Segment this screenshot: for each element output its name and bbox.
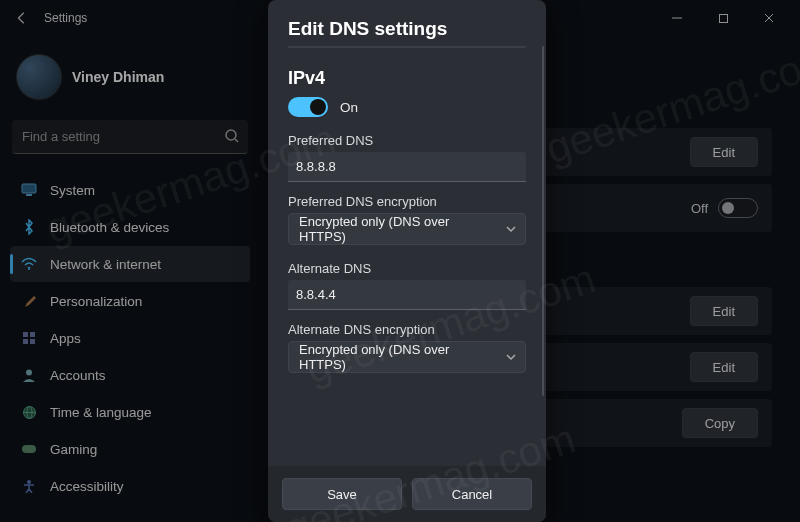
- scrollbar[interactable]: [542, 46, 544, 396]
- svg-point-11: [26, 370, 32, 376]
- nav-label: Gaming: [50, 442, 97, 457]
- nav-bluetooth[interactable]: Bluetooth & devices: [10, 209, 250, 245]
- edit-dns-dialog: Edit DNS settings IPv4 On Preferred DNS …: [268, 0, 546, 522]
- svg-rect-5: [26, 194, 32, 196]
- select-value: Encrypted only (DNS over HTTPS): [299, 214, 497, 244]
- nav-label: Accounts: [50, 368, 106, 383]
- chevron-down-icon: [505, 351, 517, 363]
- maximize-button[interactable]: [700, 3, 746, 33]
- nav-gaming[interactable]: Gaming: [10, 431, 250, 467]
- edit-button[interactable]: Edit: [690, 352, 758, 382]
- metered-toggle[interactable]: [718, 198, 758, 218]
- minimize-button[interactable]: [654, 3, 700, 33]
- gamepad-icon: [20, 440, 38, 458]
- svg-point-16: [27, 480, 31, 484]
- svg-rect-7: [23, 332, 28, 337]
- globe-icon: [20, 403, 38, 421]
- nav-label: Time & language: [50, 405, 152, 420]
- sidebar: Viney Dhiman System Bluetooth & devices …: [0, 36, 260, 522]
- avatar: [16, 54, 62, 100]
- ipv4-heading: IPv4: [288, 68, 526, 89]
- svg-point-2: [226, 130, 236, 140]
- svg-rect-15: [22, 445, 36, 453]
- alternate-dns-encryption-label: Alternate DNS encryption: [288, 322, 526, 337]
- alternate-dns-encryption-select[interactable]: Encrypted only (DNS over HTTPS): [288, 341, 526, 373]
- search-icon: [224, 128, 240, 144]
- select-value: Encrypted only (DNS over HTTPS): [299, 342, 497, 372]
- preferred-dns-encryption-select[interactable]: Encrypted only (DNS over HTTPS): [288, 213, 526, 245]
- copy-button[interactable]: Copy: [682, 408, 758, 438]
- nav-list: System Bluetooth & devices Network & int…: [10, 172, 250, 504]
- person-icon: [20, 366, 38, 384]
- nav-accounts[interactable]: Accounts: [10, 357, 250, 393]
- user-name: Viney Dhiman: [72, 69, 164, 85]
- svg-point-6: [28, 268, 30, 270]
- alternate-dns-input[interactable]: [288, 280, 526, 310]
- display-icon: [20, 181, 38, 199]
- nav-accessibility[interactable]: Accessibility: [10, 468, 250, 504]
- preferred-dns-input[interactable]: [288, 152, 526, 182]
- accessibility-icon: [20, 477, 38, 495]
- nav-system[interactable]: System: [10, 172, 250, 208]
- wifi-icon: [20, 255, 38, 273]
- back-button[interactable]: [8, 4, 36, 32]
- nav-label: System: [50, 183, 95, 198]
- svg-rect-9: [23, 339, 28, 344]
- nav-label: Accessibility: [50, 479, 124, 494]
- svg-line-3: [235, 139, 238, 142]
- ipv4-toggle[interactable]: [288, 97, 328, 117]
- svg-rect-4: [22, 184, 36, 193]
- nav-label: Apps: [50, 331, 81, 346]
- edit-button[interactable]: Edit: [690, 296, 758, 326]
- toggle-on-label: On: [340, 100, 358, 115]
- search-input[interactable]: [12, 120, 248, 154]
- dialog-divider: [288, 46, 526, 48]
- nav-time-language[interactable]: Time & language: [10, 394, 250, 430]
- brush-icon: [20, 292, 38, 310]
- nav-personalization[interactable]: Personalization: [10, 283, 250, 319]
- nav-apps[interactable]: Apps: [10, 320, 250, 356]
- preferred-dns-label: Preferred DNS: [288, 133, 526, 148]
- cancel-button[interactable]: Cancel: [412, 478, 532, 510]
- nav-label: Bluetooth & devices: [50, 220, 169, 235]
- user-block[interactable]: Viney Dhiman: [10, 44, 250, 114]
- svg-rect-1: [719, 14, 727, 22]
- apps-icon: [20, 329, 38, 347]
- save-button[interactable]: Save: [282, 478, 402, 510]
- chevron-down-icon: [505, 223, 517, 235]
- svg-rect-10: [30, 339, 35, 344]
- edit-button[interactable]: Edit: [690, 137, 758, 167]
- alternate-dns-label: Alternate DNS: [288, 261, 526, 276]
- dialog-title: Edit DNS settings: [288, 18, 526, 40]
- bluetooth-icon: [20, 218, 38, 236]
- nav-label: Network & internet: [50, 257, 161, 272]
- nav-label: Personalization: [50, 294, 142, 309]
- preferred-dns-encryption-label: Preferred DNS encryption: [288, 194, 526, 209]
- svg-rect-8: [30, 332, 35, 337]
- off-label: Off: [691, 201, 708, 216]
- nav-network[interactable]: Network & internet: [10, 246, 250, 282]
- close-button[interactable]: [746, 3, 792, 33]
